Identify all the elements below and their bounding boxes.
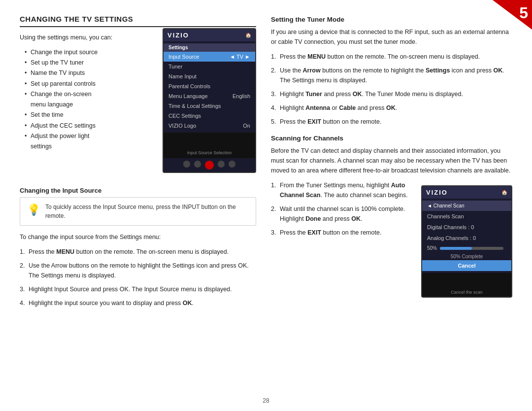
- tv-vizio-logo[interactable]: VIZIO Logo On: [164, 121, 255, 131]
- tuner-step-1: 1. Press the MENU button on the remote. …: [271, 52, 512, 62]
- left-column: CHANGING THE TV SETTINGS Using the setti…: [20, 15, 256, 401]
- page-number-corner: 5: [519, 4, 528, 22]
- progress-bar-fill: [440, 247, 471, 250]
- tv-input-source[interactable]: Input Source ◄ TV ►: [164, 52, 255, 62]
- channel-scan-container: VIZIO 🏠 ◄ Channel Scan Channels Scan: [421, 185, 512, 298]
- channel-tv-header: VIZIO 🏠: [422, 186, 511, 199]
- tv-cec-settings[interactable]: CEC Settings: [164, 111, 255, 121]
- tuner-step-3: 3. Highlight Tuner and press OK. The Tun…: [271, 89, 512, 99]
- tv-settings-screen: VIZIO 🏠 Settings Input Source ◄ TV ► Tun…: [163, 28, 256, 173]
- progress-row: 50%: [422, 243, 511, 253]
- vizio-logo-label: VIZIO Logo: [168, 123, 196, 129]
- tuner-steps: 1. Press the MENU button on the remote. …: [271, 52, 512, 127]
- scanning-section: Scanning for Channels Before the TV can …: [271, 135, 512, 298]
- progress-bar-bg: [440, 247, 503, 250]
- tv-name-input[interactable]: Name Input: [164, 71, 255, 81]
- tv-footer-text: Input Source Selection: [164, 147, 255, 158]
- input-source-label: Input Source: [168, 54, 199, 60]
- tv-btn-star: [183, 161, 190, 168]
- intro-text: Using the settings menu, you can:: [20, 33, 155, 42]
- change-input-steps: 1. Press the MENU button on the remote. …: [20, 247, 256, 308]
- settings-label: Settings: [168, 45, 188, 50]
- step-1: 1. Press the MENU button on the remote. …: [20, 247, 256, 257]
- channel-footer: Cancel the scan: [422, 288, 511, 297]
- channels-scan-label: Channels Scan: [427, 213, 464, 219]
- progress-text: 50% Complete: [422, 253, 511, 260]
- list-item: Adjust the CEC settings: [25, 121, 155, 131]
- tv-btn-menu: [194, 161, 201, 168]
- digital-channels-item: Digital Channels : 0: [422, 222, 511, 233]
- parental-label: Parental Controls: [168, 83, 210, 89]
- tv-menu-language[interactable]: Menu Language English: [164, 91, 255, 101]
- cancel-button[interactable]: Cancel: [422, 260, 511, 271]
- progress-label: 50%: [427, 245, 437, 251]
- tuner-label: Tuner: [168, 64, 182, 69]
- list-item: Change the input source: [25, 47, 155, 58]
- cec-label: CEC Settings: [168, 113, 201, 119]
- step-2: 2. Use the Arrow buttons on the remote t…: [20, 261, 256, 280]
- tv-screen-container: VIZIO 🏠 Settings Input Source ◄ TV ► Tun…: [163, 28, 256, 173]
- tuner-step-2: 2. Use the Arrow buttons on the remote t…: [271, 66, 512, 85]
- tuner-step-5: 5. Press the EXIT button on the remote.: [271, 117, 512, 127]
- list-item: Change the on-screenmenu language: [25, 89, 155, 110]
- tip-box: 💡 To quickly access the Input Source men…: [20, 197, 256, 226]
- scan-step-3: 3. Press the EXIT button on the remote.: [271, 228, 413, 238]
- page-corner: 5: [493, 0, 532, 30]
- scanning-steps: 1. From the Tuner Settings menu, highlig…: [271, 180, 413, 238]
- list-item: Set the time: [25, 110, 155, 120]
- tv-btn-back: [229, 161, 235, 168]
- change-input-intro: To change the input source from the Sett…: [20, 233, 256, 242]
- list-item: Adjust the power lightsettings: [25, 131, 155, 152]
- tv-bottom-bar: [164, 158, 255, 172]
- tuner-step-4: 4. Highlight Antenna or Cable and press …: [271, 103, 512, 113]
- list-item: Name the TV inputs: [25, 68, 155, 78]
- tuner-mode-title: Setting the Tuner Mode: [271, 16, 512, 23]
- tv-time-settings[interactable]: Time & Local Settings: [164, 101, 255, 111]
- tv-settings-header: Settings: [164, 43, 255, 52]
- step-4: 4. Highlight the input source you want t…: [20, 298, 256, 308]
- lightbulb-icon: 💡: [27, 204, 40, 216]
- changing-input-source-heading: Changing the Input Source: [20, 187, 256, 194]
- tv-screen-header: VIZIO 🏠: [164, 29, 255, 41]
- scan-step-2: 2. Wait until the channel scan is 100% c…: [271, 204, 413, 224]
- analog-channels-item: Analog Channels : 0: [422, 233, 511, 243]
- scan-step-1: 1. From the Tuner Settings menu, highlig…: [271, 180, 413, 200]
- step-3: 3. Highlight Input Source and press OK. …: [20, 284, 256, 294]
- tuner-intro: If you are using a device that is connec…: [271, 27, 512, 47]
- tv-tuner[interactable]: Tuner: [164, 62, 255, 71]
- time-label: Time & Local Settings: [168, 103, 221, 109]
- channel-wifi-icon: 🏠: [501, 190, 507, 195]
- section-title: CHANGING THE TV SETTINGS: [20, 15, 256, 27]
- channels-scan-item: Channels Scan: [422, 211, 511, 222]
- list-item: Set up the TV tuner: [25, 58, 155, 68]
- channel-scan-screen: VIZIO 🏠 ◄ Channel Scan Channels Scan: [421, 185, 512, 298]
- page-footer-number: 28: [263, 397, 269, 404]
- menu-lang-value: English: [233, 93, 250, 99]
- tip-text: To quickly access the Input Source menu,…: [45, 203, 249, 220]
- scanning-title: Scanning for Channels: [271, 135, 512, 142]
- vizio-logo: VIZIO: [167, 32, 189, 39]
- input-source-value: ◄ TV ►: [230, 54, 250, 60]
- tv-wifi-icon: 🏠: [245, 33, 251, 38]
- channel-vizio-logo: VIZIO: [426, 189, 448, 196]
- analog-channels-label: Analog Channels : 0: [427, 235, 476, 241]
- channel-scan-label: ◄ Channel Scan: [427, 203, 465, 208]
- vizio-logo-value: On: [243, 123, 250, 129]
- list-item: Set up parental controls: [25, 79, 155, 89]
- channel-scan-header: ◄ Channel Scan: [422, 201, 511, 211]
- right-column: Setting the Tuner Mode If you are using …: [271, 15, 512, 401]
- tv-btn-ok: [205, 161, 214, 170]
- tv-parental-controls[interactable]: Parental Controls: [164, 81, 255, 91]
- bullet-list: Change the input source Set up the TV tu…: [25, 47, 155, 152]
- menu-lang-label: Menu Language: [168, 93, 208, 99]
- name-input-label: Name Input: [168, 73, 197, 79]
- channel-menu-list: ◄ Channel Scan Channels Scan Digital Cha…: [422, 199, 511, 273]
- digital-channels-label: Digital Channels : 0: [427, 224, 474, 230]
- tv-btn-x: [218, 161, 225, 168]
- tv-menu-list: Settings Input Source ◄ TV ► Tuner Name …: [164, 41, 255, 133]
- scanning-intro: Before the TV can detect and display cha…: [271, 146, 512, 175]
